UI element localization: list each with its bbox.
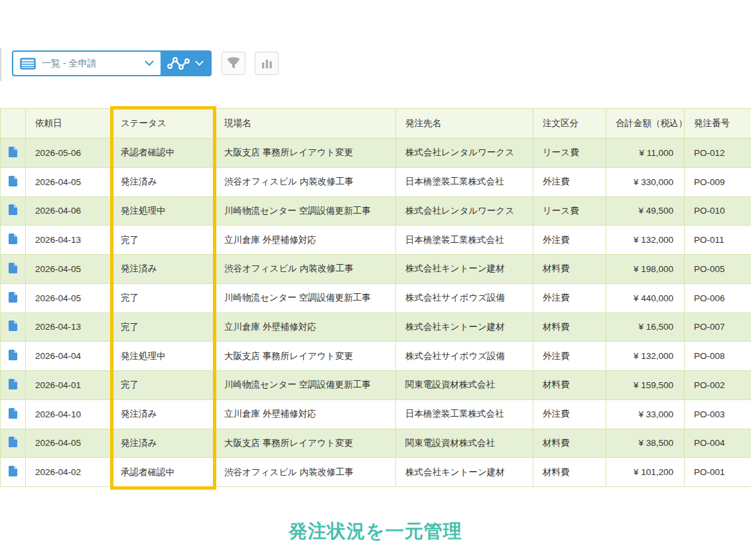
- cell-site-name: 立川倉庫 外壁補修対応: [215, 399, 396, 429]
- document-icon[interactable]: [9, 292, 17, 303]
- cell-total-amount: ¥ 159,500: [606, 371, 685, 400]
- cell-po-number: PO-007: [685, 313, 751, 342]
- document-icon[interactable]: [9, 147, 17, 157]
- cell-total-amount: ¥ 49,500: [606, 196, 685, 226]
- cell-request-date: 2026-04-05: [26, 283, 111, 313]
- cell-po-number: PO-011: [685, 226, 751, 255]
- chevron-down-icon: [195, 60, 204, 66]
- header-icon-column: [1, 109, 26, 139]
- record-icon-cell: [1, 399, 26, 429]
- cell-status: 発注済み: [111, 429, 215, 458]
- bar-chart-icon: [261, 58, 273, 69]
- cell-order-category: リース費: [533, 196, 606, 226]
- cell-status: 承認者確認中: [111, 458, 215, 487]
- record-icon-cell: [1, 139, 26, 168]
- cell-order-category: 外注費: [533, 342, 606, 371]
- record-icon-cell: [1, 283, 26, 313]
- cell-po-number: PO-006: [685, 283, 751, 313]
- table-row[interactable]: 2026-04-02 承認者確認中 渋谷オフィスビル 内装改修工事 株式会社キン…: [1, 458, 751, 487]
- line-graph-icon: [167, 57, 190, 70]
- cell-status: 発注済み: [111, 167, 215, 196]
- cell-request-date: 2026-04-02: [26, 458, 111, 487]
- cell-po-number: PO-003: [685, 399, 751, 429]
- table-row[interactable]: 2026-04-04 発注処理中 大阪支店 事務所レイアウト変更 株式会社サイボ…: [1, 342, 751, 371]
- header-order-category[interactable]: 注文区分: [533, 109, 606, 139]
- filter-button[interactable]: [222, 52, 245, 75]
- cell-total-amount: ¥ 330,000: [606, 167, 685, 196]
- table-header-row: 依頼日 ステータス 現場名 発注先名 注文区分 合計金額（税込） 発注番号: [1, 109, 751, 139]
- cell-status: 完了: [111, 226, 215, 255]
- cell-po-number: PO-005: [685, 255, 751, 284]
- view-dropdown[interactable]: 一覧 - 全申請: [13, 52, 161, 75]
- document-icon[interactable]: [9, 263, 17, 273]
- document-icon[interactable]: [9, 437, 17, 447]
- page-caption: 発注状況を一元管理: [0, 519, 751, 544]
- document-icon[interactable]: [9, 408, 17, 419]
- cell-order-category: リース費: [533, 139, 606, 168]
- record-icon-cell: [1, 342, 26, 371]
- table-row[interactable]: 2026-05-06 承認者確認中 大阪支店 事務所レイアウト変更 株式会社レン…: [1, 139, 751, 168]
- table-row[interactable]: 2026-04-06 発注処理中 川崎物流センター 空調設備更新工事 株式会社レ…: [1, 196, 751, 226]
- cell-total-amount: ¥ 16,500: [606, 313, 685, 342]
- cell-order-category: 外注費: [533, 399, 606, 429]
- cell-request-date: 2026-04-05: [26, 167, 111, 196]
- document-icon[interactable]: [9, 320, 17, 331]
- cell-po-number: PO-010: [685, 196, 751, 226]
- cell-total-amount: ¥ 11,000: [606, 139, 685, 168]
- cell-request-date: 2026-04-13: [26, 226, 111, 255]
- table-row[interactable]: 2026-04-13 完了 立川倉庫 外壁補修対応 日本橋塗装工業株式会社 外注…: [1, 226, 751, 255]
- cell-site-name: 川崎物流センター 空調設備更新工事: [215, 283, 396, 313]
- cell-site-name: 大阪支店 事務所レイアウト変更: [215, 139, 396, 168]
- cell-request-date: 2026-04-06: [26, 196, 111, 226]
- header-request-date[interactable]: 依頼日: [26, 109, 111, 139]
- document-icon[interactable]: [9, 466, 17, 476]
- header-total-amount[interactable]: 合計金額（税込）: [606, 109, 685, 139]
- records-table: 依頼日 ステータス 現場名 発注先名 注文区分 合計金額（税込） 発注番号: [0, 108, 751, 487]
- cell-po-number: PO-004: [685, 429, 751, 458]
- document-icon[interactable]: [9, 234, 17, 244]
- table-body: 2026-05-06 承認者確認中 大阪支店 事務所レイアウト変更 株式会社レン…: [1, 139, 751, 487]
- table-row[interactable]: 2026-04-05 発注済み 渋谷オフィスビル 内装改修工事 株式会社キントー…: [1, 255, 751, 284]
- cell-po-number: PO-012: [685, 139, 751, 168]
- table-row[interactable]: 2026-04-05 完了 川崎物流センター 空調設備更新工事 株式会社サイボウ…: [1, 283, 751, 313]
- document-icon[interactable]: [9, 204, 17, 215]
- table-row[interactable]: 2026-04-05 発注済み 渋谷オフィスビル 内装改修工事 日本橋塗装工業株…: [1, 167, 751, 196]
- cell-po-number: PO-009: [685, 167, 751, 196]
- header-supplier-name[interactable]: 発注先名: [396, 109, 533, 139]
- record-icon-cell: [1, 429, 26, 458]
- header-status[interactable]: ステータス: [111, 109, 215, 139]
- cell-total-amount: ¥ 132,000: [606, 226, 685, 255]
- cell-supplier-name: 日本橋塗装工業株式会社: [396, 399, 533, 429]
- cell-status: 発注済み: [111, 399, 215, 429]
- cell-site-name: 立川倉庫 外壁補修対応: [215, 313, 396, 342]
- cell-status: 承認者確認中: [111, 139, 215, 168]
- record-icon-cell: [1, 313, 26, 342]
- cell-order-category: 材料費: [533, 371, 606, 400]
- record-icon-cell: [1, 458, 26, 487]
- cell-supplier-name: 株式会社サイボウズ設備: [396, 342, 533, 371]
- header-po-number[interactable]: 発注番号: [685, 109, 751, 139]
- chart-button[interactable]: [255, 52, 279, 75]
- cell-order-category: 外注費: [533, 283, 606, 313]
- cell-status: 完了: [111, 371, 215, 400]
- document-icon[interactable]: [9, 176, 17, 186]
- document-icon[interactable]: [9, 379, 17, 389]
- header-site-name[interactable]: 現場名: [215, 109, 396, 139]
- cell-order-category: 材料費: [533, 255, 606, 284]
- table-row[interactable]: 2026-04-05 発注済み 大阪支店 事務所レイアウト変更 関東電設資材株式…: [1, 429, 751, 458]
- graph-toggle-button[interactable]: [161, 52, 210, 75]
- cell-total-amount: ¥ 38,500: [606, 429, 685, 458]
- table-row[interactable]: 2026-04-01 完了 川崎物流センター 空調設備更新工事 関東電設資材株式…: [1, 371, 751, 400]
- app-screen: 一覧 - 全申請: [0, 0, 751, 560]
- document-icon[interactable]: [9, 350, 17, 360]
- cell-total-amount: ¥ 440,000: [606, 283, 685, 313]
- cell-site-name: 渋谷オフィスビル 内装改修工事: [215, 255, 396, 284]
- table-row[interactable]: 2026-04-10 発注済み 立川倉庫 外壁補修対応 日本橋塗装工業株式会社 …: [1, 399, 751, 429]
- table-row[interactable]: 2026-04-13 完了 立川倉庫 外壁補修対応 株式会社キントーン建材 材料…: [1, 313, 751, 342]
- cell-site-name: 大阪支店 事務所レイアウト変更: [215, 342, 396, 371]
- cell-order-category: 外注費: [533, 226, 606, 255]
- cell-status: 発注済み: [111, 255, 215, 284]
- cell-po-number: PO-002: [685, 371, 751, 400]
- cell-request-date: 2026-04-01: [26, 371, 111, 400]
- record-icon-cell: [1, 167, 26, 196]
